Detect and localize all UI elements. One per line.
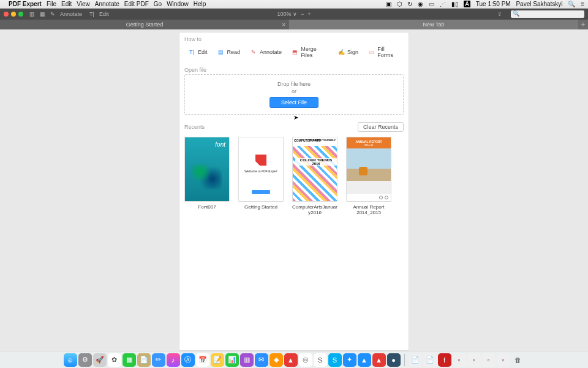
dock-notes2[interactable]: 📝 xyxy=(211,353,224,367)
lang-icon[interactable]: A xyxy=(464,1,470,7)
zoom-out-button[interactable]: − xyxy=(301,11,304,17)
menubar-item-go[interactable]: Go xyxy=(154,1,162,7)
dock-numbers[interactable]: 📊 xyxy=(225,353,239,367)
dock-pdfexpert[interactable]: ▲ xyxy=(284,353,298,367)
spotlight-icon[interactable]: 🔍 xyxy=(568,1,575,7)
tab-getting-started[interactable]: Getting Started × xyxy=(0,20,289,29)
dock-launchpad[interactable]: 🚀 xyxy=(93,353,107,367)
dock-separator xyxy=(404,354,405,366)
dock-dock-app3[interactable]: ▫ xyxy=(482,353,496,367)
dock-brush[interactable]: ✏ xyxy=(152,353,165,367)
dock-finder[interactable]: ☺ xyxy=(64,353,77,367)
dock-dock-doc1[interactable]: 📄 xyxy=(409,353,422,367)
dock-appstore[interactable]: Ⓐ xyxy=(181,353,195,367)
dock-calendar[interactable]: 📅 xyxy=(196,353,209,367)
howto-edit[interactable]: T|Edit xyxy=(184,46,211,58)
record-icon[interactable]: ◉ xyxy=(418,1,423,7)
dock-dark[interactable]: ● xyxy=(387,353,401,367)
clear-recents-button[interactable]: Clear Recents xyxy=(358,122,404,132)
tab-close-icon[interactable]: × xyxy=(282,20,285,29)
edit-tool-icon[interactable]: T| xyxy=(89,11,94,17)
search-icon: 🔍 xyxy=(513,10,519,17)
menubar-item-edit[interactable]: Edit xyxy=(61,1,72,7)
menubar-item-window[interactable]: Window xyxy=(167,1,189,7)
menubar-user[interactable]: Pavel Sakhatskyi xyxy=(516,1,562,7)
dock-dock-app1[interactable]: ▫ xyxy=(453,353,466,367)
recent-font007[interactable]: Font007 xyxy=(184,137,230,215)
recent-carts[interactable]: COMPUTER ARTSUPGRADE YOURSELFCOLOUR TREN… xyxy=(292,137,337,215)
howto-row: T|Edit▤Read✎Annotate⬒Merge Files✍Sign▭Fi… xyxy=(179,44,409,63)
recent-getting-label: Getting Started xyxy=(238,204,284,210)
recents-heading: Recents xyxy=(184,124,205,130)
dropbox-icon[interactable]: ⬡ xyxy=(397,1,402,7)
dock-sysprefs[interactable]: ⚙ xyxy=(78,353,92,367)
display-icon[interactable]: ▣ xyxy=(386,1,391,7)
share-icon[interactable]: ⇪ xyxy=(497,11,502,17)
tab-add-button[interactable]: + xyxy=(578,20,588,29)
zoom-in-button[interactable]: + xyxy=(307,11,311,17)
dock-nav[interactable]: ▲ xyxy=(358,353,371,367)
menu-extras-icon[interactable]: ≡ xyxy=(581,1,584,7)
recent-annual[interactable]: ANNUAL REPORT2014-15Annual Report 2014_2… xyxy=(346,137,391,215)
dock-dock-doc2[interactable]: 📄 xyxy=(423,353,437,367)
select-file-button[interactable]: Select File xyxy=(270,97,318,108)
recent-font007-label: Font007 xyxy=(184,204,230,210)
window-maximize-button[interactable] xyxy=(18,12,23,17)
menubar-item-view[interactable]: View xyxy=(77,1,90,7)
menubar-item-edit-pdf[interactable]: Edit PDF xyxy=(124,1,149,7)
dock-spreadsheet[interactable]: ▦ xyxy=(123,353,136,367)
menubar-item-help[interactable]: Help xyxy=(194,1,206,7)
edit-tool-label[interactable]: Edit xyxy=(99,11,109,17)
dock-dock-app2[interactable]: ▫ xyxy=(467,353,481,367)
tab-label: New Tab xyxy=(423,21,445,28)
dock-dock-flash[interactable]: f xyxy=(438,353,451,367)
battery-icon[interactable]: ▮▯ xyxy=(451,1,459,7)
dock-itunes[interactable]: ♪ xyxy=(167,353,180,367)
search-input[interactable] xyxy=(511,10,584,18)
howto-read-label: Read xyxy=(227,49,241,55)
carts-thumb-upg: UPGRADE YOURSELF xyxy=(309,139,336,142)
howto-sign[interactable]: ✍Sign xyxy=(334,46,362,58)
dock-photos[interactable]: ✿ xyxy=(108,353,121,367)
file-dropzone[interactable]: Drop file here or Select File xyxy=(184,74,404,115)
sidebar-toggle-icon[interactable]: ▥ xyxy=(29,11,35,17)
howto-read[interactable]: ▤Read xyxy=(214,46,244,58)
annotate-tool-label[interactable]: Annotate xyxy=(60,11,82,17)
dock-slack[interactable]: S xyxy=(314,353,327,367)
menubar-item-annotate[interactable]: Annotate xyxy=(95,1,119,7)
dock-notes1[interactable]: 📄 xyxy=(137,353,151,367)
recents-grid: Font007Welcome to PDF ExpertGetting Star… xyxy=(179,134,409,218)
dock-safari[interactable]: ✦ xyxy=(343,353,356,367)
annotate-tool-icon[interactable]: ✎ xyxy=(50,11,55,17)
howto-merge[interactable]: ⬒Merge Files xyxy=(288,46,331,58)
zoom-level[interactable]: 100% ∨ xyxy=(277,11,297,17)
dock-pdf2[interactable]: ▲ xyxy=(372,353,386,367)
window-close-button[interactable] xyxy=(4,12,9,17)
book-icon: ▤ xyxy=(217,48,225,56)
dock-skype[interactable]: S xyxy=(328,353,342,367)
dock-sketch[interactable]: ◆ xyxy=(270,353,283,367)
recent-getting-thumbnail: Welcome to PDF Expert xyxy=(238,137,284,202)
tab-new-tab[interactable]: New Tab xyxy=(289,20,578,29)
menubar-clock[interactable]: Tue 1:50 PM xyxy=(476,1,511,7)
window-toolbar: ▥ ▦ ✎ Annotate T| Edit 100% ∨ − + ⇪ 🔍 xyxy=(0,9,588,20)
menubar-item-file[interactable]: File xyxy=(47,1,56,7)
grid-view-icon[interactable]: ▦ xyxy=(40,11,45,17)
howto-annotate[interactable]: ✎Annotate xyxy=(246,46,285,58)
pen-icon: ✎ xyxy=(250,48,257,56)
form-icon: ▭ xyxy=(368,48,375,56)
airplay-icon[interactable]: ▭ xyxy=(429,1,434,7)
dock-chrome[interactable]: ◎ xyxy=(299,353,312,367)
recent-font007-thumbnail xyxy=(184,137,230,202)
window-minimize-button[interactable] xyxy=(11,12,16,17)
sync-icon[interactable]: ↻ xyxy=(407,1,412,7)
menubar-app-name[interactable]: PDF Expert xyxy=(9,1,42,7)
dock-mail[interactable]: ✉ xyxy=(255,353,268,367)
dock-charts[interactable]: ▥ xyxy=(240,353,254,367)
wifi-icon[interactable]: ⋰ xyxy=(440,1,446,7)
howto-fillforms[interactable]: ▭Fill Forms xyxy=(364,46,404,58)
dock-trash[interactable]: 🗑 xyxy=(511,353,525,367)
dock-dock-app4[interactable]: ▫ xyxy=(497,353,510,367)
tab-bar: Getting Started × New Tab + xyxy=(0,20,588,29)
recent-getting[interactable]: Welcome to PDF ExpertGetting Started xyxy=(238,137,284,215)
